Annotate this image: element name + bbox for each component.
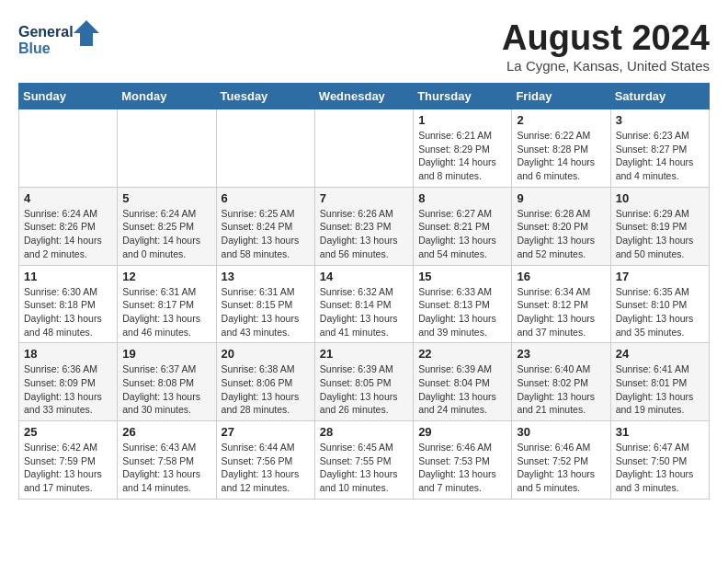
calendar-cell: 9Sunrise: 6:28 AMSunset: 8:20 PMDaylight… <box>512 187 610 265</box>
calendar-cell: 1Sunrise: 6:21 AMSunset: 8:29 PMDaylight… <box>414 109 512 188</box>
calendar-cell: 23Sunrise: 6:40 AMSunset: 8:02 PMDayligh… <box>512 343 610 421</box>
calendar-cell: 26Sunrise: 6:43 AMSunset: 7:58 PMDayligh… <box>118 421 216 500</box>
day-number: 27 <box>222 425 310 439</box>
calendar-cell: 16Sunrise: 6:34 AMSunset: 8:12 PMDayligh… <box>512 265 610 343</box>
day-info: Sunrise: 6:35 AMSunset: 8:10 PMDaylight:… <box>616 285 704 339</box>
calendar-cell: 13Sunrise: 6:31 AMSunset: 8:15 PMDayligh… <box>216 265 314 343</box>
day-info: Sunrise: 6:21 AMSunset: 8:29 PMDaylight:… <box>418 129 506 183</box>
day-number: 26 <box>122 425 210 439</box>
day-info: Sunrise: 6:37 AMSunset: 8:08 PMDaylight:… <box>122 362 210 417</box>
day-info: Sunrise: 6:39 AMSunset: 8:05 PMDaylight:… <box>320 362 408 417</box>
logo-svg: General Blue <box>18 18 101 60</box>
day-info: Sunrise: 6:27 AMSunset: 8:21 PMDaylight:… <box>418 207 506 261</box>
day-info: Sunrise: 6:42 AMSunset: 7:59 PMDaylight:… <box>24 441 112 495</box>
day-info: Sunrise: 6:25 AMSunset: 8:24 PMDaylight:… <box>222 207 310 261</box>
svg-text:Blue: Blue <box>18 40 51 56</box>
day-info: Sunrise: 6:32 AMSunset: 8:14 PMDaylight:… <box>320 285 408 339</box>
calendar-subtitle: La Cygne, Kansas, United States <box>502 58 710 74</box>
day-number: 9 <box>517 191 605 205</box>
day-number: 21 <box>320 347 408 361</box>
calendar-cell: 2Sunrise: 6:22 AMSunset: 8:28 PMDaylight… <box>512 109 610 188</box>
day-number: 4 <box>24 191 112 205</box>
calendar-cell: 27Sunrise: 6:44 AMSunset: 7:56 PMDayligh… <box>216 421 314 500</box>
weekday-header: Tuesday <box>216 84 314 109</box>
day-info: Sunrise: 6:30 AMSunset: 8:18 PMDaylight:… <box>24 285 112 339</box>
day-number: 31 <box>616 425 704 439</box>
calendar-cell <box>118 109 216 188</box>
day-number: 29 <box>418 425 506 439</box>
weekday-header: Saturday <box>610 84 709 109</box>
svg-text:General: General <box>18 24 74 40</box>
calendar-cell: 8Sunrise: 6:27 AMSunset: 8:21 PMDaylight… <box>414 187 512 265</box>
calendar-cell: 4Sunrise: 6:24 AMSunset: 8:26 PMDaylight… <box>19 187 118 265</box>
day-number: 28 <box>320 425 408 439</box>
day-number: 11 <box>24 270 112 283</box>
calendar-cell: 3Sunrise: 6:23 AMSunset: 8:27 PMDaylight… <box>610 109 709 188</box>
calendar-cell: 14Sunrise: 6:32 AMSunset: 8:14 PMDayligh… <box>314 265 413 343</box>
logo: General Blue <box>18 18 101 60</box>
weekday-header: Monday <box>118 84 216 109</box>
day-info: Sunrise: 6:24 AMSunset: 8:26 PMDaylight:… <box>24 207 112 261</box>
day-info: Sunrise: 6:31 AMSunset: 8:17 PMDaylight:… <box>122 285 210 339</box>
weekday-header: Sunday <box>19 84 118 109</box>
day-number: 5 <box>122 191 210 205</box>
title-block: August 2024 La Cygne, Kansas, United Sta… <box>502 18 710 74</box>
calendar-cell: 30Sunrise: 6:46 AMSunset: 7:52 PMDayligh… <box>512 421 610 500</box>
day-info: Sunrise: 6:40 AMSunset: 8:02 PMDaylight:… <box>517 362 605 417</box>
calendar-cell: 7Sunrise: 6:26 AMSunset: 8:23 PMDaylight… <box>314 187 413 265</box>
day-number: 8 <box>418 191 506 205</box>
calendar-cell: 18Sunrise: 6:36 AMSunset: 8:09 PMDayligh… <box>19 343 118 421</box>
calendar-cell: 19Sunrise: 6:37 AMSunset: 8:08 PMDayligh… <box>118 343 216 421</box>
day-number: 13 <box>222 270 310 283</box>
day-number: 10 <box>616 191 704 205</box>
calendar-title: August 2024 <box>502 18 710 58</box>
day-number: 2 <box>517 113 605 127</box>
day-info: Sunrise: 6:28 AMSunset: 8:20 PMDaylight:… <box>517 207 605 261</box>
calendar-cell <box>314 109 413 188</box>
day-number: 12 <box>122 270 210 283</box>
calendar-cell: 10Sunrise: 6:29 AMSunset: 8:19 PMDayligh… <box>610 187 709 265</box>
calendar-cell: 28Sunrise: 6:45 AMSunset: 7:55 PMDayligh… <box>314 421 413 500</box>
day-number: 7 <box>320 191 408 205</box>
day-number: 16 <box>517 270 605 283</box>
calendar-cell: 5Sunrise: 6:24 AMSunset: 8:25 PMDaylight… <box>118 187 216 265</box>
day-info: Sunrise: 6:29 AMSunset: 8:19 PMDaylight:… <box>616 207 704 261</box>
day-number: 30 <box>517 425 605 439</box>
calendar-table: SundayMondayTuesdayWednesdayThursdayFrid… <box>18 83 710 500</box>
day-info: Sunrise: 6:46 AMSunset: 7:52 PMDaylight:… <box>517 441 605 495</box>
calendar-cell <box>19 109 118 188</box>
calendar-cell: 17Sunrise: 6:35 AMSunset: 8:10 PMDayligh… <box>610 265 709 343</box>
calendar-cell: 20Sunrise: 6:38 AMSunset: 8:06 PMDayligh… <box>216 343 314 421</box>
day-number: 20 <box>222 347 310 361</box>
day-info: Sunrise: 6:33 AMSunset: 8:13 PMDaylight:… <box>418 285 506 339</box>
day-number: 22 <box>418 347 506 361</box>
day-info: Sunrise: 6:31 AMSunset: 8:15 PMDaylight:… <box>222 285 310 339</box>
day-number: 17 <box>616 270 704 283</box>
day-number: 6 <box>222 191 310 205</box>
day-info: Sunrise: 6:34 AMSunset: 8:12 PMDaylight:… <box>517 285 605 339</box>
day-info: Sunrise: 6:46 AMSunset: 7:53 PMDaylight:… <box>418 441 506 495</box>
day-number: 24 <box>616 347 704 361</box>
calendar-cell: 21Sunrise: 6:39 AMSunset: 8:05 PMDayligh… <box>314 343 413 421</box>
day-number: 19 <box>122 347 210 361</box>
day-info: Sunrise: 6:38 AMSunset: 8:06 PMDaylight:… <box>222 362 310 417</box>
calendar-cell: 31Sunrise: 6:47 AMSunset: 7:50 PMDayligh… <box>610 421 709 500</box>
calendar-cell: 25Sunrise: 6:42 AMSunset: 7:59 PMDayligh… <box>19 421 118 500</box>
weekday-header: Thursday <box>414 84 512 109</box>
day-number: 18 <box>24 347 112 361</box>
day-info: Sunrise: 6:44 AMSunset: 7:56 PMDaylight:… <box>222 441 310 495</box>
day-info: Sunrise: 6:45 AMSunset: 7:55 PMDaylight:… <box>320 441 408 495</box>
day-number: 15 <box>418 270 506 283</box>
day-info: Sunrise: 6:26 AMSunset: 8:23 PMDaylight:… <box>320 207 408 261</box>
day-number: 23 <box>517 347 605 361</box>
calendar-cell: 24Sunrise: 6:41 AMSunset: 8:01 PMDayligh… <box>610 343 709 421</box>
calendar-cell: 11Sunrise: 6:30 AMSunset: 8:18 PMDayligh… <box>19 265 118 343</box>
day-info: Sunrise: 6:39 AMSunset: 8:04 PMDaylight:… <box>418 362 506 417</box>
page-header: General Blue August 2024 La Cygne, Kansa… <box>18 18 710 74</box>
day-info: Sunrise: 6:36 AMSunset: 8:09 PMDaylight:… <box>24 362 112 417</box>
day-number: 3 <box>616 113 704 127</box>
day-info: Sunrise: 6:23 AMSunset: 8:27 PMDaylight:… <box>616 129 704 183</box>
calendar-cell: 29Sunrise: 6:46 AMSunset: 7:53 PMDayligh… <box>414 421 512 500</box>
day-info: Sunrise: 6:22 AMSunset: 8:28 PMDaylight:… <box>517 129 605 183</box>
day-number: 1 <box>418 113 506 127</box>
